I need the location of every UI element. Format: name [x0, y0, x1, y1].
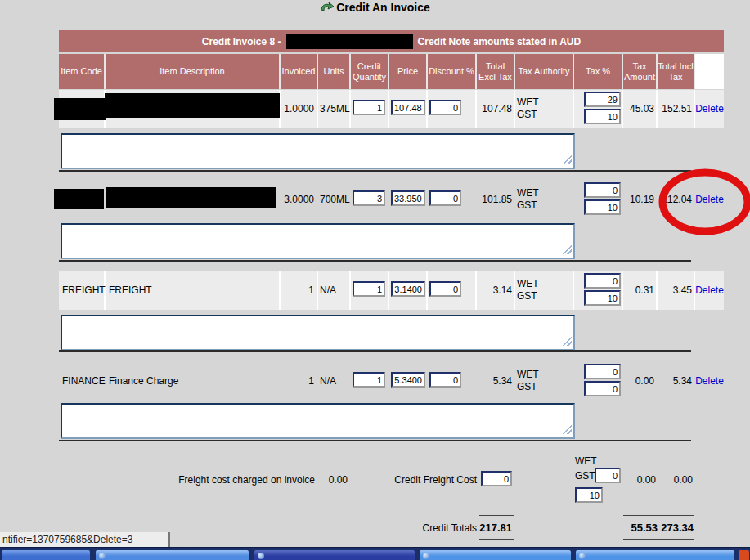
freight-tax-amount-value: 0.00: [623, 474, 656, 486]
col-header-total-excl-tax: Total Excl Tax: [477, 54, 514, 89]
total-underline: [658, 539, 694, 540]
col-header-item-code: Item Code: [59, 54, 104, 89]
credit-quantity-input[interactable]: [353, 190, 385, 206]
freight-total-incl-tax-value: 0.00: [658, 474, 693, 486]
total-excl-tax-value: 3.14: [477, 284, 512, 296]
col-header-discount: Discount %: [428, 54, 475, 89]
tax-authority-value: WET GST: [517, 369, 539, 393]
tax-authority-value: WET GST: [517, 96, 539, 121]
units-value: 700ML: [320, 194, 353, 205]
taskbar-button[interactable]: [95, 549, 249, 560]
comment-textarea-row1[interactable]: [61, 133, 575, 169]
credit-totals-label: Credit Totals: [360, 522, 477, 534]
credit-invoice-page: Credit An Invoice Credit Invoice 8 - Cre…: [0, 0, 750, 560]
freight-cost-value: 0.00: [315, 474, 348, 486]
redacted-item-description: [105, 93, 280, 118]
tax-pct-input-wet[interactable]: [584, 273, 621, 289]
tax-authority-wet: WET: [517, 187, 539, 199]
col-header-tax-amount: Tax Amount: [623, 54, 656, 89]
item-description-value: Finance Charge: [109, 375, 178, 387]
comment-textarea-row2[interactable]: [61, 223, 575, 259]
col-header-item-description: Item Description: [106, 54, 279, 89]
discount-input[interactable]: [429, 100, 461, 115]
status-bar-text: ntifier=1370759685&Delete=3: [2, 534, 132, 545]
discount-input[interactable]: [429, 190, 461, 206]
credit-freight-cost-input[interactable]: [481, 471, 512, 486]
discount-input[interactable]: [429, 281, 461, 297]
discount-input[interactable]: [429, 372, 461, 388]
tax-authority-wet: WET: [517, 96, 539, 109]
tax-authority-value: WET GST: [517, 278, 539, 302]
tax-authority-value: WET GST: [517, 187, 539, 212]
invoiced-value: 1.0000: [281, 103, 314, 114]
delete-link-row1[interactable]: Delete: [695, 103, 724, 114]
total-incl-tax-value: 3.45: [658, 284, 692, 296]
col-header-total-incl-tax: Total Incl Tax: [658, 54, 694, 89]
tax-pct-input-gst[interactable]: [584, 199, 621, 215]
total-overline: [658, 515, 694, 516]
total-incl-tax-value: 112.04: [658, 194, 692, 205]
total-excl-tax-value: 101.85: [477, 194, 512, 205]
freight-cost-label: Freight cost charged on invoice: [147, 474, 315, 486]
price-input[interactable]: [391, 100, 425, 115]
credit-invoice-icon: [320, 2, 335, 14]
page-title: Credit An Invoice: [0, 0, 750, 15]
tax-authority-wet: WET: [517, 369, 539, 381]
tax-authority-wet: WET: [517, 278, 539, 290]
tax-authority-gst: GST: [517, 109, 539, 121]
tax-pct-input-gst[interactable]: [584, 381, 621, 396]
credit-total-excl-tax: 217.81: [477, 522, 512, 534]
taskbar-app-icon: [99, 553, 106, 559]
tax-pct-input-wet[interactable]: [584, 92, 621, 107]
comment-textarea-row3[interactable]: [61, 315, 575, 351]
comment-textarea-row4[interactable]: [61, 403, 575, 439]
tax-pct-input-wet[interactable]: [584, 364, 621, 379]
page-title-text: Credit An Invoice: [336, 1, 430, 14]
delete-link-row3[interactable]: Delete: [695, 284, 724, 296]
credit-quantity-input[interactable]: [353, 281, 385, 297]
invoiced-value: 1: [281, 375, 314, 387]
redacted-invoice-number: [286, 34, 413, 49]
credit-quantity-input[interactable]: [353, 100, 385, 115]
row-separator: [59, 260, 691, 262]
col-header-tax-authority: Tax Authority: [515, 54, 573, 89]
item-description-value: FREIGHT: [109, 284, 152, 296]
tax-amount-value: 10.19: [623, 194, 654, 205]
total-excl-tax-value: 5.34: [477, 375, 512, 387]
freight-tax-pct-input-gst[interactable]: [575, 487, 603, 503]
price-input[interactable]: [391, 281, 425, 297]
redacted-item-code: [54, 98, 106, 120]
tax-pct-input-gst[interactable]: [584, 109, 621, 124]
col-header-invoiced: Invoiced: [281, 54, 317, 89]
delete-link-row2[interactable]: Delete: [695, 194, 724, 205]
item-code-value: FINANCE: [62, 375, 106, 387]
credit-total-incl-tax: 273.34: [658, 522, 694, 534]
delete-link-row4[interactable]: Delete: [695, 375, 724, 387]
credit-total-tax-amount: 55.53: [622, 522, 658, 534]
units-value: N/A: [320, 375, 353, 387]
col-header-units: Units: [318, 54, 349, 89]
taskbar-app-icon: [423, 553, 429, 559]
tax-pct-input-gst[interactable]: [584, 290, 621, 306]
tax-pct-input-wet[interactable]: [584, 182, 621, 198]
tax-amount-value: 45.03: [623, 103, 654, 114]
column-header-row: Item Code Item Description Invoiced Unit…: [59, 54, 724, 89]
tax-authority-gst: GST: [517, 381, 539, 393]
taskbar-button-active[interactable]: [254, 549, 415, 560]
total-overline: [623, 515, 658, 516]
freight-tax-authority-wet: WET: [575, 455, 597, 467]
total-incl-tax-value: 152.51: [658, 103, 692, 114]
tax-authority-gst: GST: [517, 290, 539, 302]
tax-amount-value: 0.31: [623, 284, 654, 296]
freight-tax-pct-input-wet[interactable]: [595, 468, 621, 483]
units-value: N/A: [320, 284, 353, 296]
taskbar-button[interactable]: [419, 549, 572, 560]
taskbar-button[interactable]: [575, 549, 735, 560]
taskbar-app-icon: [258, 553, 264, 559]
price-input[interactable]: [391, 372, 425, 388]
col-header-tax-pct: Tax %: [574, 54, 622, 89]
price-input[interactable]: [391, 190, 425, 206]
credit-quantity-input[interactable]: [353, 372, 385, 388]
taskbar-button[interactable]: [1, 549, 91, 560]
taskbar-tray-icon[interactable]: [738, 549, 750, 560]
